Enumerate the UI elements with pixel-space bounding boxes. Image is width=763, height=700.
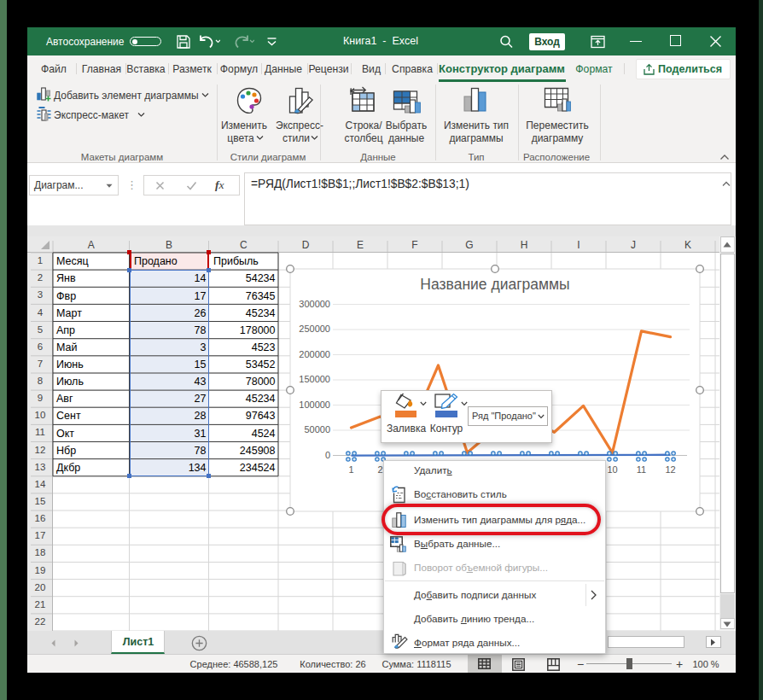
svg-text:11: 11 — [637, 464, 646, 475]
svg-text:2: 2 — [377, 464, 382, 475]
svg-text:1: 1 — [348, 464, 353, 475]
svg-text:0: 0 — [325, 450, 330, 460]
svg-text:50000: 50000 — [304, 424, 330, 435]
svg-text:300000: 300000 — [299, 299, 330, 309]
svg-text:150000: 150000 — [299, 374, 330, 384]
svg-text:250000: 250000 — [299, 324, 330, 334]
svg-text:Название диаграммы: Название диаграммы — [420, 276, 569, 293]
svg-text:200000: 200000 — [299, 349, 330, 359]
svg-text:100000: 100000 — [299, 400, 330, 410]
svg-text:12: 12 — [665, 464, 675, 475]
svg-text:10: 10 — [607, 464, 617, 475]
